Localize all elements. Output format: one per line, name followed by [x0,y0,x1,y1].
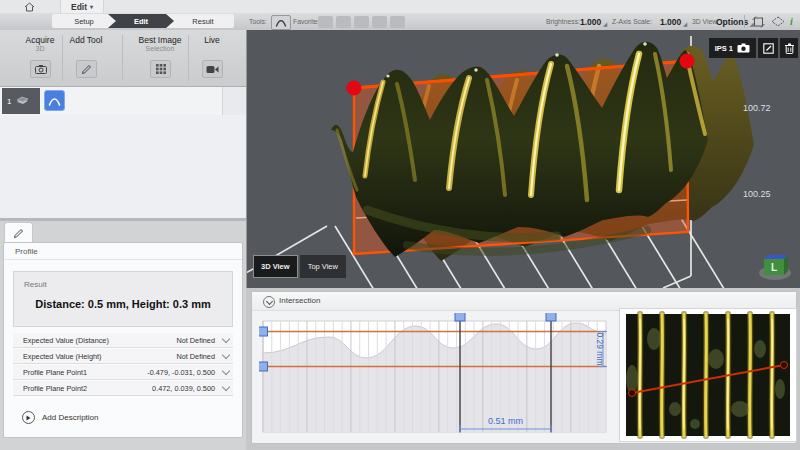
surface-layers-icon [15,95,30,107]
z-axis-value-upper: 100.72 [743,103,771,113]
profile-tool-chip-selected[interactable] [44,90,65,111]
profile-tool-icon [275,18,287,27]
brightness-label: Brightness: [546,13,580,30]
delete-button[interactable] [780,38,798,58]
live-group-label: Live [192,35,232,45]
list-scrollbar[interactable] [222,87,247,115]
favorite-slot-4[interactable] [372,16,387,28]
row-label: Profile Plane Point2 [23,384,152,393]
row-value: Not Defined [176,336,215,345]
acquire-subtitle: 3D [14,45,66,52]
live-button[interactable] [202,60,223,78]
perspective-diamond-icon [771,16,785,27]
video-camera-icon [206,65,219,74]
row-value: Not Defined [176,352,215,361]
plane-handle-left[interactable] [347,81,362,96]
row-plane-point2[interactable]: Profile Plane Point2 0.472, 0.039, 0.500 [13,381,233,396]
profile-wave-area [263,323,606,432]
brightness-value[interactable]: 1.000 ◢ [580,13,607,30]
lower-height-handle[interactable] [259,362,268,371]
ips-label: IPS 1 [715,44,733,53]
grid-icon [156,64,166,74]
height-dimension-label: 0.29 mm [595,332,605,365]
zaxis-value[interactable]: 1.000 ◢ [660,13,687,30]
perspective-button[interactable] [768,14,788,29]
pencil-icon [81,64,92,75]
ips-snapshot-button[interactable]: IPS 1 [709,38,756,58]
chevron-down-icon[interactable] [222,366,230,374]
group-separator [122,35,123,81]
info-button[interactable]: i [790,13,793,30]
tab-edit-label: Edit [134,17,148,26]
result-label: Result [24,280,47,289]
main-toolbar: Setup Edit Result Tools: Favorites: Brig… [0,13,800,31]
intersection-panel: Intersection 0. [246,288,800,450]
orientation-cube[interactable]: L [759,255,791,280]
edit-export-icon [763,43,774,54]
zaxis-label: Z-Axis Scale: [612,13,652,30]
info-icon: i [790,16,793,27]
list-item-1[interactable]: 1 [2,88,40,114]
cube-face-label: L [771,262,777,273]
panel-splitter[interactable] [0,218,246,221]
add-tool-button[interactable] [76,60,97,78]
pencil-icon [13,228,24,239]
distance-handle-2[interactable] [546,313,556,321]
profile-panel-title: Profile [15,247,38,256]
favorite-slot-2[interactable] [336,16,351,28]
fit-view-button[interactable] [748,14,768,29]
plane-handle-right[interactable] [680,54,695,69]
bestimage-group-label: Best Image Selection [130,35,190,52]
profile-edit-tab[interactable] [4,222,33,243]
favorite-slot-5[interactable] [390,16,405,28]
row-label: Expected Value (Distance) [23,336,176,345]
tab-edit[interactable]: Edit [108,14,174,28]
home-button[interactable] [20,1,38,12]
brightness-caret-icon: ◢ [603,21,607,27]
annotate-button[interactable] [758,38,778,58]
tools-label: Tools: [249,13,267,30]
top-view-label: Top View [308,262,338,271]
row-value: -0.479, -0.031, 0.500 [147,368,215,377]
profile-tool-icon [48,96,61,106]
tab-setup[interactable]: Setup [52,14,116,28]
distance-handle-1[interactable] [455,313,465,321]
tab-setup-label: Setup [74,17,94,26]
3d-scene: L [247,30,800,288]
z-axis-value-lower: 100.25 [743,189,771,199]
row-label: Expected Value (Height) [23,352,176,361]
best-image-button[interactable] [150,60,171,78]
upper-height-handle[interactable] [259,327,268,336]
list-item-number: 1 [7,97,11,106]
expand-arrow-icon [22,411,35,424]
chevron-down-icon[interactable] [222,334,230,342]
profile-panel: Profile Result Distance: 0.5 mm, Height:… [3,242,243,438]
camera-icon [737,43,750,53]
acquire-button[interactable] [30,60,51,78]
menu-edit[interactable]: Edit ▾ [60,0,104,13]
chevron-down-icon[interactable] [222,350,230,358]
snapshot-toolbar: IPS 1 [709,38,798,58]
3d-viewport[interactable]: L IPS 1 100 [246,30,800,288]
top-view-button[interactable]: Top View [300,255,346,278]
chevron-down-icon[interactable] [222,382,230,390]
acquire-toolbar: Acquire 3D Add Tool Best Image Selection [0,30,246,87]
bestimage-title: Best Image [130,35,190,45]
view-mode-buttons: 3D View Top View [253,255,346,278]
left-panel: Acquire 3D Add Tool Best Image Selection [0,30,246,450]
row-expected-distance[interactable]: Expected Value (Distance) Not Defined [13,333,233,348]
row-plane-point1[interactable]: Profile Plane Point1 -0.479, -0.031, 0.5… [13,365,233,380]
favorite-slot-1[interactable] [318,16,333,28]
tab-result[interactable]: Result [166,14,234,28]
add-description-button[interactable]: Add Description [22,411,98,424]
profile-tool-button[interactable] [271,15,291,30]
row-expected-height[interactable]: Expected Value (Height) Not Defined [13,349,233,364]
collapse-icon[interactable] [263,296,275,308]
menu-caret-icon: ▾ [90,3,93,10]
group-separator [188,35,189,81]
3d-view-button[interactable]: 3D View [253,255,298,278]
zaxis-value-text: 1.000 [660,17,681,27]
top-view-image[interactable] [620,309,796,441]
profile-graph[interactable]: 0.51 mm 0.29 mm [259,313,619,441]
favorite-slot-3[interactable] [354,16,369,28]
